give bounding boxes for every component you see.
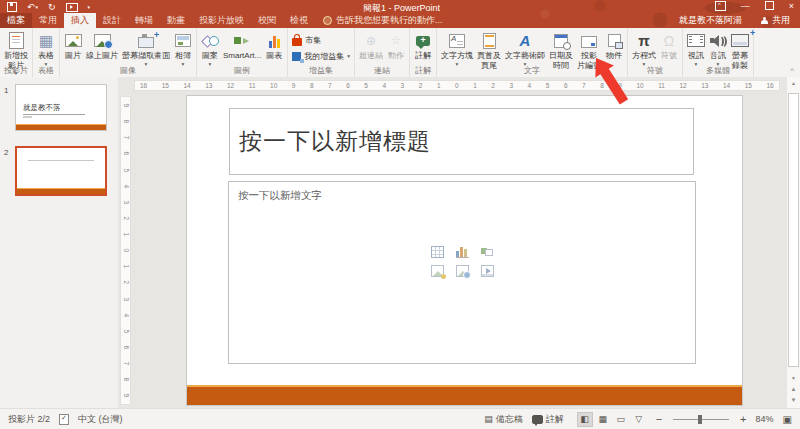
video-button[interactable]: 視訊 ▾ [685,30,707,68]
tab-animations[interactable]: 動畫 [160,13,192,28]
store-icon [292,38,302,46]
zoom-out-button[interactable]: − [656,414,662,425]
insert-picture-icon[interactable] [431,265,444,277]
vertical-ruler[interactable]: 9876543210123456789 [120,96,131,405]
slide-sorter-view-button[interactable]: ▦ [595,412,611,427]
normal-view-button[interactable]: ◧ [577,412,593,427]
zoom-level[interactable]: 84% [756,414,774,424]
account-name[interactable]: 就是教不落阿湯 [671,13,750,28]
photo-album-button[interactable]: 相簿 ▾ [172,30,194,68]
tab-home[interactable]: 常用 [32,13,64,28]
table-button[interactable]: ▦ 表格 ▾ [35,30,57,68]
tab-file[interactable]: 檔案 [0,13,32,28]
slide-2-thumbnail-box[interactable] [15,146,107,196]
notes-button[interactable]: ▤備忘稿 [484,413,523,426]
insert-online-picture-icon[interactable] [456,265,469,277]
reading-view-button[interactable]: ▭ [613,412,629,427]
equation-button[interactable]: π 方程式 ▾ [630,30,658,68]
slide-canvas[interactable]: 按一下以新增標題 按一下以新增文字 [187,96,742,405]
group-label-slides: 投影片 [0,65,32,76]
tab-design[interactable]: 設計 [96,13,128,28]
comments-button[interactable]: 註解 [532,413,564,426]
insert-video-icon[interactable] [481,265,494,277]
text-box-button[interactable]: 文字方塊 ▾ [439,30,475,68]
title-bar: ↶▾ ↻ ▾ 簡報1 - PowerPoint — × 檔案 常用 插入 設計 … [0,0,800,28]
slideshow-view-button[interactable]: ▽ [631,412,647,427]
redo-button[interactable]: ↻ [48,3,56,12]
scroll-up-icon[interactable]: ▲ [787,81,800,86]
pictures-button[interactable]: 圖片 [62,30,84,62]
undo-button[interactable]: ↶▾ [27,3,38,12]
customize-qat-button[interactable]: ▾ [88,5,91,10]
symbol-button[interactable]: Ω 符號 [658,30,680,62]
save-button[interactable] [7,2,17,12]
online-pictures-button[interactable]: 線上圖片 [84,30,120,62]
slideshow-icon [66,3,78,12]
share-button[interactable]: 共用 [750,13,800,28]
chart-button[interactable]: 圖表 [263,30,285,62]
slide-1-title: 就是教不落 [23,103,85,115]
wordart-button[interactable]: A 文字藝術師 ▾ [503,30,547,68]
powerpoint-window: ↶▾ ↻ ▾ 簡報1 - PowerPoint — × 檔案 常用 插入 設計 … [0,0,800,429]
screenshot-button[interactable]: 螢幕擷取畫面 ▾ [120,30,172,68]
ruler-number: 9 [122,103,129,107]
hyperlink-icon: ⊕ [366,31,376,50]
comment-button[interactable]: + 註解 [412,30,434,62]
symbol-icon: Ω [664,31,674,50]
insert-chart-icon[interactable] [456,246,469,258]
scrollbar-thumb[interactable] [788,93,799,367]
previous-slide-button[interactable]: ▲ [787,386,800,392]
group-label-links: 連結 [355,65,409,76]
redo-icon: ↻ [48,3,56,12]
language-button[interactable]: 中文 (台灣) [78,413,123,426]
tab-review[interactable]: 校閱 [251,13,283,28]
horizontal-ruler[interactable]: 1615141312111098765432101234567891011121… [134,80,780,91]
tab-insert[interactable]: 插入 [64,13,96,28]
online-picture-icon [94,34,111,47]
store-button[interactable]: 市集 [290,33,352,47]
slide-thumbnail-1[interactable]: 1 就是教不落 [0,84,118,131]
insert-smartart-icon[interactable] [481,246,494,258]
content-placeholder[interactable]: 按一下以新增文字 [228,181,696,364]
close-button[interactable]: × [789,2,794,11]
ruler-number: 1 [437,82,441,89]
next-slide-button[interactable]: ▼ [787,397,800,403]
zoom-slider[interactable] [673,419,729,420]
hyperlink-button[interactable]: ⊕ 超連結 [357,30,385,62]
zoom-slider-handle[interactable] [698,415,702,424]
tab-transitions[interactable]: 轉場 [128,13,160,28]
my-addins-button[interactable]: 我的增益集▾ [290,49,352,63]
shapes-button[interactable]: 圖案 ▾ [199,30,221,68]
ribbon-group-comments: + 註解 註解 [410,28,437,77]
minimize-button[interactable]: — [741,2,750,11]
audio-button[interactable]: 音訊 ▾ [707,30,729,68]
ribbon-display-options-button[interactable] [715,1,726,13]
slide-1-thumbnail-box[interactable]: 就是教不落 [15,84,107,131]
zoom-in-button[interactable]: + [740,414,746,425]
quick-access-toolbar: ↶▾ ↻ ▾ [7,1,90,13]
tell-me-box[interactable]: 告訴我您想要執行的動作... [315,13,451,28]
slide-thumbnail-pane: 1 就是教不落 2 [0,77,118,408]
lightbulb-icon [323,16,332,25]
slide-1-subtitle-line [23,116,32,118]
scroll-down-icon[interactable]: ▼ [787,376,800,381]
fit-slide-to-window-button[interactable]: ▣ [783,414,792,425]
title-placeholder[interactable]: 按一下以新增標題 [229,108,694,175]
addins-icon [292,52,301,61]
vertical-scrollbar[interactable]: ▲ ▼ ▲ ▼ [786,77,800,408]
ruler-number: 1 [122,232,129,236]
spellcheck-icon[interactable] [59,414,69,425]
group-label-media: 多媒體 [683,65,753,76]
ruler-number: 12 [227,82,234,89]
collapse-ribbon-button[interactable]: ^ [790,66,794,75]
start-from-beginning-button[interactable] [66,3,78,12]
tab-view[interactable]: 檢視 [283,13,315,28]
smartart-button[interactable]: SmartArt... [221,30,263,62]
slide-thumbnail-2[interactable]: 2 [0,146,118,196]
insert-table-icon[interactable] [431,246,444,258]
tab-slideshow[interactable]: 投影片放映 [192,13,251,28]
action-button[interactable]: ☆ 動作 [385,30,407,62]
maximize-button[interactable] [765,1,774,12]
group-label-tables: 表格 [33,65,59,76]
slide-indicator[interactable]: 投影片 2/2 [8,413,50,426]
